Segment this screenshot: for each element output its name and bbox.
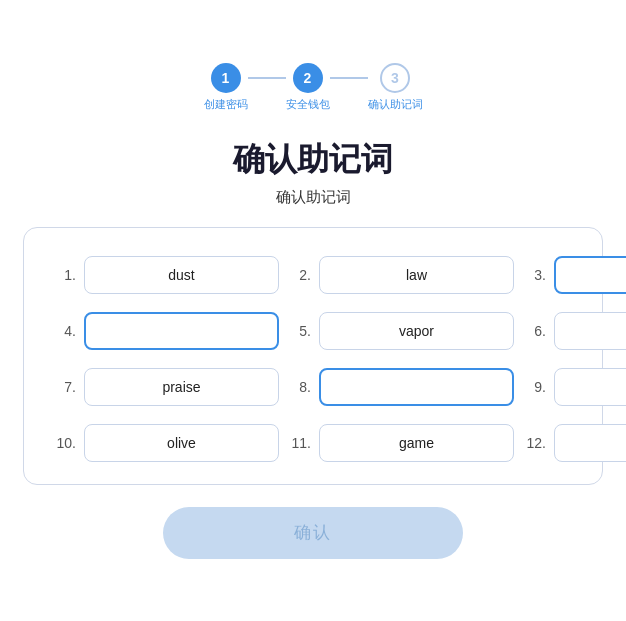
word-item-6: 6. <box>524 312 626 350</box>
word-input-10[interactable] <box>84 424 279 462</box>
word-input-8[interactable] <box>319 368 514 406</box>
word-num-5: 5. <box>289 323 311 339</box>
word-num-8: 8. <box>289 379 311 395</box>
word-item-8: 8. <box>289 368 514 406</box>
page-title: 确认助记词 <box>233 138 393 182</box>
step-line-1 <box>248 77 286 79</box>
word-num-2: 2. <box>289 267 311 283</box>
word-num-10: 10. <box>54 435 76 451</box>
word-num-7: 7. <box>54 379 76 395</box>
page-subtitle: 确认助记词 <box>276 188 351 207</box>
step-3-label: 确认助记词 <box>368 97 423 112</box>
word-grid: 1.2.3.4.5.6.7.8.9.10.11.12. <box>54 256 572 462</box>
step-3: 3 确认助记词 <box>368 63 423 112</box>
step-1: 1 创建密码 <box>204 63 248 112</box>
word-item-5: 5. <box>289 312 514 350</box>
step-line-2 <box>330 77 368 79</box>
word-input-11[interactable] <box>319 424 514 462</box>
word-input-6[interactable] <box>554 312 626 350</box>
word-item-3: 3. <box>524 256 626 294</box>
word-input-3[interactable] <box>554 256 626 294</box>
word-item-2: 2. <box>289 256 514 294</box>
step-2-label: 安全钱包 <box>286 97 330 112</box>
step-2-circle: 2 <box>293 63 323 93</box>
stepper: 1 创建密码 2 安全钱包 3 确认助记词 <box>204 63 423 112</box>
mnemonic-card: 1.2.3.4.5.6.7.8.9.10.11.12. <box>23 227 603 485</box>
word-input-2[interactable] <box>319 256 514 294</box>
word-item-1: 1. <box>54 256 279 294</box>
word-num-3: 3. <box>524 267 546 283</box>
word-input-9[interactable] <box>554 368 626 406</box>
word-item-9: 9. <box>524 368 626 406</box>
word-input-12[interactable] <box>554 424 626 462</box>
word-num-12: 12. <box>524 435 546 451</box>
word-item-11: 11. <box>289 424 514 462</box>
word-item-4: 4. <box>54 312 279 350</box>
word-item-12: 12. <box>524 424 626 462</box>
confirm-button[interactable]: 确认 <box>163 507 463 559</box>
main-container: 1 创建密码 2 安全钱包 3 确认助记词 确认助记词 确认助记词 1.2.3.… <box>23 63 603 559</box>
word-item-10: 10. <box>54 424 279 462</box>
word-num-4: 4. <box>54 323 76 339</box>
word-input-1[interactable] <box>84 256 279 294</box>
word-input-7[interactable] <box>84 368 279 406</box>
word-num-9: 9. <box>524 379 546 395</box>
step-2: 2 安全钱包 <box>286 63 330 112</box>
step-3-circle: 3 <box>380 63 410 93</box>
word-item-7: 7. <box>54 368 279 406</box>
step-1-circle: 1 <box>211 63 241 93</box>
word-num-6: 6. <box>524 323 546 339</box>
step-1-label: 创建密码 <box>204 97 248 112</box>
word-input-5[interactable] <box>319 312 514 350</box>
word-input-4[interactable] <box>84 312 279 350</box>
word-num-1: 1. <box>54 267 76 283</box>
word-num-11: 11. <box>289 435 311 451</box>
